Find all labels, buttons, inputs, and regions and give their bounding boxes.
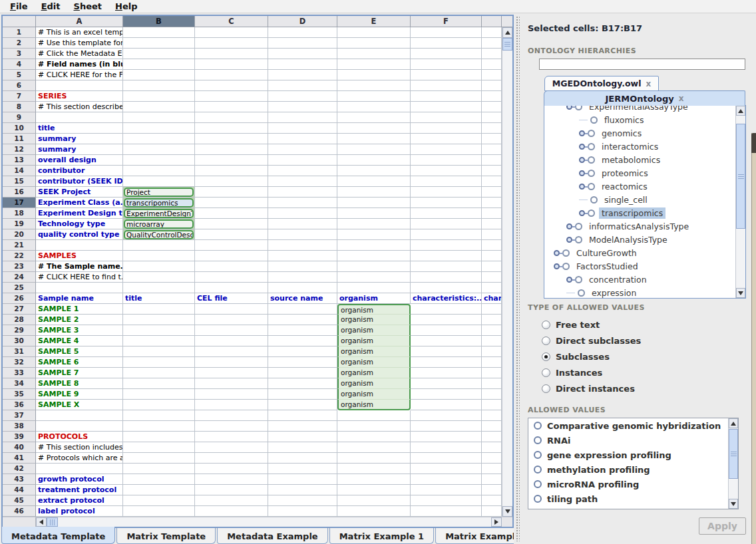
row-header-45[interactable]: 45 [3, 495, 36, 506]
cell[interactable] [268, 229, 337, 240]
cell[interactable] [268, 102, 337, 112]
tree-scrollbar[interactable] [735, 106, 745, 298]
cell[interactable] [482, 240, 502, 251]
cell[interactable] [268, 219, 337, 229]
cell[interactable] [482, 464, 502, 474]
close-tab-icon[interactable]: x [646, 79, 651, 88]
cell[interactable] [268, 59, 337, 70]
cell[interactable] [337, 176, 411, 187]
cell[interactable] [268, 315, 337, 325]
cell[interactable] [337, 91, 411, 102]
cell[interactable] [36, 410, 123, 421]
cell[interactable] [482, 38, 502, 49]
column-header-F[interactable]: F [411, 16, 482, 27]
cell[interactable]: # Click the Metadata Ex... [36, 49, 123, 59]
cell[interactable] [411, 485, 482, 495]
cell[interactable] [482, 304, 502, 315]
tree-collapsed-handle-icon[interactable] [579, 130, 585, 136]
cell[interactable] [123, 453, 195, 464]
cell[interactable] [482, 325, 502, 336]
cell[interactable] [482, 495, 502, 506]
allowed-values-scrollbar[interactable] [728, 418, 738, 509]
cell[interactable] [123, 261, 195, 272]
column-header-G[interactable] [482, 16, 502, 27]
cell[interactable] [482, 346, 502, 357]
cell[interactable] [268, 464, 337, 474]
cell[interactable]: overall design [36, 155, 123, 166]
cell[interactable] [268, 336, 337, 346]
cell[interactable]: extract protocol [36, 495, 123, 506]
cell[interactable] [123, 325, 195, 336]
row-header-12[interactable]: 12 [3, 144, 36, 155]
cell[interactable] [268, 506, 337, 517]
cell[interactable]: CEL file [195, 293, 268, 304]
row-header-39[interactable]: 39 [3, 432, 36, 442]
scroll-up-button[interactable] [736, 106, 745, 116]
cell[interactable] [195, 378, 268, 389]
row-header-35[interactable]: 35 [3, 389, 36, 400]
cell[interactable] [195, 80, 268, 91]
cell[interactable] [337, 495, 411, 506]
cell[interactable] [123, 432, 195, 442]
cell[interactable] [268, 70, 337, 80]
row-header-17[interactable]: 17 [3, 198, 36, 208]
cell[interactable]: # Field names (in blu... [36, 59, 123, 70]
cell[interactable] [268, 400, 337, 410]
cell[interactable] [411, 272, 482, 283]
cell[interactable] [195, 272, 268, 283]
cell[interactable] [195, 506, 268, 517]
cell[interactable] [411, 49, 482, 59]
cell[interactable] [268, 389, 337, 400]
cell[interactable] [411, 474, 482, 485]
row-header-27[interactable]: 27 [3, 304, 36, 315]
cell[interactable] [411, 421, 482, 432]
cell[interactable]: SAMPLE 5 [36, 346, 123, 357]
cell[interactable] [482, 368, 502, 378]
cell[interactable] [482, 453, 502, 464]
row-header-6[interactable]: 6 [3, 80, 36, 91]
cell[interactable] [195, 112, 268, 123]
tree-collapsed-handle-icon[interactable] [579, 210, 585, 216]
cell[interactable] [337, 272, 411, 283]
vertical-scrollbar[interactable] [502, 27, 512, 517]
radio-direct-subclasses[interactable]: Direct subclasses [542, 334, 641, 347]
cell[interactable]: Sample name [36, 293, 123, 304]
cell[interactable] [411, 346, 482, 357]
cell[interactable] [195, 144, 268, 155]
row-header-26[interactable]: 26 [3, 293, 36, 304]
cell[interactable] [195, 283, 268, 293]
cell[interactable] [195, 134, 268, 144]
tree-item-interactomics[interactable]: interactomics [544, 140, 735, 153]
cell[interactable] [337, 410, 411, 421]
tree-item-proteomics[interactable]: proteomics [544, 166, 735, 180]
cell[interactable] [411, 198, 482, 208]
cell[interactable] [337, 283, 411, 293]
cell[interactable] [482, 251, 502, 261]
cell[interactable] [411, 123, 482, 134]
tree-item-single_cell[interactable]: single_cell [544, 193, 735, 206]
cell[interactable] [195, 325, 268, 336]
cell[interactable]: SAMPLES [36, 251, 123, 261]
cell[interactable] [482, 155, 502, 166]
cell[interactable] [482, 389, 502, 400]
cell[interactable] [195, 176, 268, 187]
radio-button-icon[interactable] [542, 384, 550, 393]
cell[interactable] [337, 123, 411, 134]
row-header-19[interactable]: 19 [3, 219, 36, 229]
row-header-41[interactable]: 41 [3, 453, 36, 464]
cell[interactable] [195, 357, 268, 368]
cell[interactable] [195, 70, 268, 80]
cell[interactable] [268, 251, 337, 261]
cell[interactable] [268, 198, 337, 208]
cell[interactable] [482, 27, 502, 38]
ontology-cell[interactable]: organism [337, 357, 411, 368]
cell[interactable] [36, 112, 123, 123]
cell[interactable] [411, 378, 482, 389]
cell[interactable] [195, 102, 268, 112]
cell[interactable] [195, 251, 268, 261]
row-header-28[interactable]: 28 [3, 315, 36, 325]
cell[interactable] [195, 474, 268, 485]
ontology-cell[interactable]: organism [337, 346, 411, 357]
cell[interactable] [123, 485, 195, 495]
cell[interactable] [268, 421, 337, 432]
